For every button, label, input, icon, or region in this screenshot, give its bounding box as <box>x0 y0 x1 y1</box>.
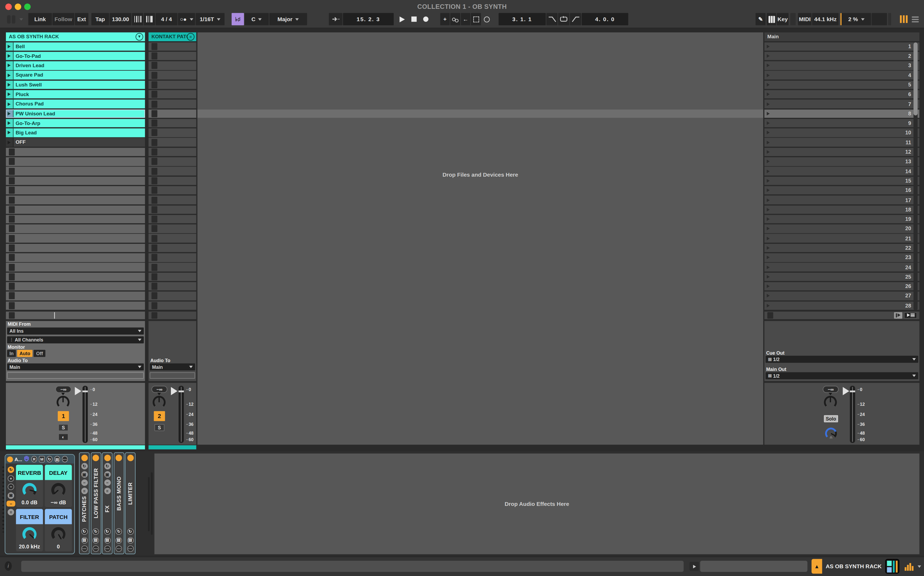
scene-trigger-icon[interactable] <box>904 312 917 318</box>
clip-stop-button[interactable] <box>151 100 157 107</box>
rack-title-bar[interactable]: A... R M ↻ ▤ ⋯ <box>5 455 74 464</box>
power-icon[interactable]: ↻ <box>104 463 110 469</box>
scene-row[interactable]: 13 <box>764 157 919 166</box>
clip-stop-button[interactable] <box>151 82 157 88</box>
save-preset-icon[interactable]: ▤ <box>54 456 60 462</box>
clip-stop-button[interactable] <box>8 158 14 165</box>
volume-field[interactable]: −∞ <box>152 386 167 393</box>
scene-row[interactable]: 22 <box>764 243 919 252</box>
sync-icon[interactable]: ↻ <box>127 528 133 535</box>
clip-stop-button[interactable] <box>8 235 14 242</box>
scene-row[interactable]: 16 <box>764 186 919 195</box>
solo-button[interactable]: S <box>58 424 68 431</box>
save-preset-icon[interactable]: ▤ <box>104 537 110 543</box>
arrangement-position-field[interactable]: 15. 2. 3 <box>343 13 394 25</box>
scene-launch-icon[interactable] <box>767 102 770 106</box>
clip-stop-button[interactable] <box>151 43 157 50</box>
monitor-option[interactable]: In <box>7 350 16 357</box>
chevron-down-icon[interactable]: ▾ <box>136 33 143 41</box>
cpu-meter[interactable]: 2 % <box>841 13 871 25</box>
scene-row[interactable]: 27 <box>764 292 919 300</box>
empty-clip-slot[interactable] <box>149 301 196 310</box>
key-map-button[interactable]: Key <box>777 13 788 25</box>
empty-clip-slot[interactable] <box>149 128 196 137</box>
punch-position-field[interactable]: 3. 1. 1 <box>499 13 546 25</box>
more-options-icon[interactable]: ⋯ <box>127 546 133 552</box>
scene-launch-icon[interactable] <box>767 74 770 77</box>
device-drop-area[interactable]: Drop Audio Effects Here <box>154 453 919 554</box>
collapsed-device[interactable]: ↻ ▣ − ≡ LOW PASS FILTER ↻ ▤ ⋯ <box>90 452 101 554</box>
scene-launch-icon[interactable] <box>767 45 770 48</box>
clip-stop-button[interactable] <box>8 225 14 232</box>
device-scrollbar[interactable] <box>151 472 152 535</box>
stop-all-clips-button[interactable] <box>8 312 14 318</box>
empty-clip-slot[interactable] <box>149 109 196 118</box>
empty-clip-slot[interactable] <box>149 148 196 156</box>
device-view-handle[interactable] <box>2 467 4 532</box>
clip-launch-button[interactable] <box>6 71 13 80</box>
scene-launch-icon[interactable] <box>767 227 770 230</box>
collapse-macros-icon[interactable]: − <box>6 501 15 506</box>
clip-stop-button[interactable] <box>8 244 14 251</box>
stop-button[interactable] <box>408 13 420 25</box>
add-macro-icon[interactable]: + <box>8 475 14 482</box>
scene-row[interactable]: 17 <box>764 196 919 204</box>
empty-clip-slot[interactable] <box>149 215 196 224</box>
empty-clip-slot[interactable] <box>149 253 196 262</box>
scene-launch-icon[interactable] <box>767 141 770 144</box>
midi-input-selector[interactable]: All Ins <box>7 327 144 334</box>
scene-row[interactable]: 26 <box>764 282 919 291</box>
output-channel-box[interactable] <box>150 372 195 379</box>
device-activator[interactable] <box>116 455 122 461</box>
track-stop-row[interactable] <box>6 311 145 319</box>
scale-name-selector[interactable]: Major <box>270 13 307 25</box>
chevron-down-icon[interactable] <box>918 565 921 568</box>
scene-row[interactable]: 6 <box>764 90 919 99</box>
scene-row[interactable]: 1 <box>764 42 919 51</box>
empty-clip-slot[interactable] <box>6 157 145 166</box>
nudge-up-icon[interactable] <box>144 13 155 25</box>
scene-scrollbar[interactable] <box>914 42 918 310</box>
macro-knob[interactable] <box>51 483 65 497</box>
scene-launch-icon[interactable] <box>767 54 770 58</box>
follow-button[interactable]: Follow <box>53 13 74 25</box>
session-drop-area[interactable]: Drop Files and Devices Here <box>197 32 763 445</box>
clip-stop-button[interactable] <box>151 244 157 251</box>
nudge-down-icon[interactable] <box>132 13 143 25</box>
save-preset-icon[interactable]: ▤ <box>127 537 133 543</box>
punch-out-icon[interactable] <box>570 13 581 25</box>
empty-clip-slot[interactable] <box>6 167 145 176</box>
audio-output-selector[interactable]: Main <box>150 363 195 370</box>
ext-button[interactable]: Ext <box>75 13 88 25</box>
monitor-option[interactable]: Off <box>34 350 45 357</box>
rand-macros-button[interactable]: R <box>31 456 37 462</box>
save-preset-icon[interactable]: ▤ <box>81 537 88 543</box>
menu-icon[interactable] <box>911 13 920 25</box>
sync-icon[interactable]: ↻ <box>104 528 110 535</box>
follow-arrangement-icon[interactable] <box>329 13 343 25</box>
scene-row[interactable]: 10 <box>764 128 919 137</box>
variations-icon[interactable]: ▣ <box>104 471 110 477</box>
scene-launch-icon[interactable] <box>767 285 770 288</box>
empty-clip-slot[interactable] <box>6 301 145 310</box>
audio-output-selector[interactable]: Main <box>7 363 144 370</box>
clip-stop-button[interactable] <box>151 206 157 213</box>
collapse-icon[interactable]: − <box>104 479 110 486</box>
scene-row[interactable]: 8 <box>764 109 919 118</box>
track-header[interactable]: KONTAKT PATC ≡ <box>149 32 196 41</box>
empty-clip-slot[interactable] <box>6 282 145 291</box>
scene-row[interactable]: 23 <box>764 253 919 262</box>
clip-stop-button[interactable] <box>151 158 157 165</box>
clip-launch-button[interactable] <box>6 80 13 89</box>
clip-stop-button[interactable] <box>8 206 14 213</box>
clip-launch-button[interactable] <box>6 61 13 70</box>
device-scrollbar[interactable] <box>148 477 150 531</box>
device-thumbnail[interactable] <box>885 559 899 574</box>
more-options-icon[interactable]: ⋯ <box>92 546 99 552</box>
clip-stop-button[interactable] <box>151 177 157 184</box>
clip-stop-button[interactable] <box>8 292 14 299</box>
clip-stop-button[interactable] <box>151 273 157 280</box>
clip-launch-button[interactable] <box>6 52 13 60</box>
empty-clip-slot[interactable] <box>6 272 145 281</box>
clip-slot[interactable]: Lush Swell <box>6 80 145 89</box>
